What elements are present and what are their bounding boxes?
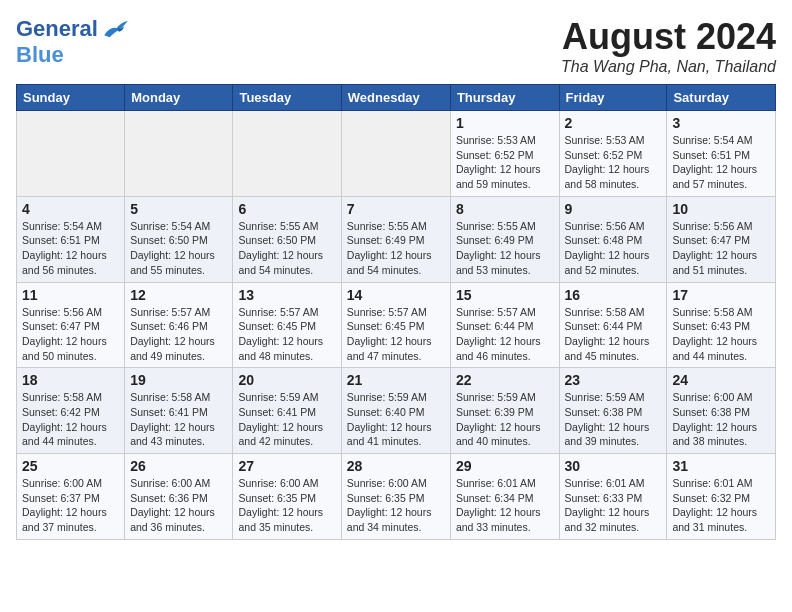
day-info: Sunrise: 5:58 AM Sunset: 6:41 PM Dayligh…: [130, 390, 227, 449]
day-number: 18: [22, 372, 119, 388]
logo: General Blue: [16, 16, 130, 68]
day-info: Sunrise: 5:59 AM Sunset: 6:40 PM Dayligh…: [347, 390, 445, 449]
day-number: 28: [347, 458, 445, 474]
calendar-week-row: 18Sunrise: 5:58 AM Sunset: 6:42 PM Dayli…: [17, 368, 776, 454]
calendar-day-cell: 14Sunrise: 5:57 AM Sunset: 6:45 PM Dayli…: [341, 282, 450, 368]
title-block: August 2024 Tha Wang Pha, Nan, Thailand: [561, 16, 776, 76]
day-info: Sunrise: 5:57 AM Sunset: 6:46 PM Dayligh…: [130, 305, 227, 364]
location-title: Tha Wang Pha, Nan, Thailand: [561, 58, 776, 76]
calendar-day-cell: 18Sunrise: 5:58 AM Sunset: 6:42 PM Dayli…: [17, 368, 125, 454]
day-number: 10: [672, 201, 770, 217]
logo-general-text: General: [16, 16, 98, 42]
logo-blue-text: Blue: [16, 42, 64, 68]
calendar-day-cell: 22Sunrise: 5:59 AM Sunset: 6:39 PM Dayli…: [450, 368, 559, 454]
day-number: 30: [565, 458, 662, 474]
day-number: 3: [672, 115, 770, 131]
day-number: 16: [565, 287, 662, 303]
calendar-day-cell: 11Sunrise: 5:56 AM Sunset: 6:47 PM Dayli…: [17, 282, 125, 368]
day-info: Sunrise: 5:59 AM Sunset: 6:38 PM Dayligh…: [565, 390, 662, 449]
calendar-day-cell: 23Sunrise: 5:59 AM Sunset: 6:38 PM Dayli…: [559, 368, 667, 454]
calendar-body: 1Sunrise: 5:53 AM Sunset: 6:52 PM Daylig…: [17, 111, 776, 540]
day-info: Sunrise: 5:57 AM Sunset: 6:44 PM Dayligh…: [456, 305, 554, 364]
calendar-day-cell: [125, 111, 233, 197]
calendar-day-cell: 2Sunrise: 5:53 AM Sunset: 6:52 PM Daylig…: [559, 111, 667, 197]
day-info: Sunrise: 6:00 AM Sunset: 6:35 PM Dayligh…: [347, 476, 445, 535]
day-number: 24: [672, 372, 770, 388]
day-info: Sunrise: 6:00 AM Sunset: 6:36 PM Dayligh…: [130, 476, 227, 535]
calendar-day-cell: 16Sunrise: 5:58 AM Sunset: 6:44 PM Dayli…: [559, 282, 667, 368]
day-info: Sunrise: 5:59 AM Sunset: 6:39 PM Dayligh…: [456, 390, 554, 449]
day-info: Sunrise: 5:56 AM Sunset: 6:47 PM Dayligh…: [22, 305, 119, 364]
calendar-header: SundayMondayTuesdayWednesdayThursdayFrid…: [17, 85, 776, 111]
calendar-day-cell: 15Sunrise: 5:57 AM Sunset: 6:44 PM Dayli…: [450, 282, 559, 368]
day-info: Sunrise: 5:54 AM Sunset: 6:50 PM Dayligh…: [130, 219, 227, 278]
calendar-day-cell: 7Sunrise: 5:55 AM Sunset: 6:49 PM Daylig…: [341, 196, 450, 282]
day-info: Sunrise: 5:54 AM Sunset: 6:51 PM Dayligh…: [672, 133, 770, 192]
day-number: 15: [456, 287, 554, 303]
day-number: 7: [347, 201, 445, 217]
day-info: Sunrise: 5:53 AM Sunset: 6:52 PM Dayligh…: [565, 133, 662, 192]
calendar-day-cell: 9Sunrise: 5:56 AM Sunset: 6:48 PM Daylig…: [559, 196, 667, 282]
day-number: 31: [672, 458, 770, 474]
day-info: Sunrise: 6:01 AM Sunset: 6:33 PM Dayligh…: [565, 476, 662, 535]
calendar-day-cell: 24Sunrise: 6:00 AM Sunset: 6:38 PM Dayli…: [667, 368, 776, 454]
calendar-day-cell: 31Sunrise: 6:01 AM Sunset: 6:32 PM Dayli…: [667, 454, 776, 540]
calendar-day-cell: 28Sunrise: 6:00 AM Sunset: 6:35 PM Dayli…: [341, 454, 450, 540]
calendar-day-cell: 26Sunrise: 6:00 AM Sunset: 6:36 PM Dayli…: [125, 454, 233, 540]
day-number: 1: [456, 115, 554, 131]
calendar-day-cell: 27Sunrise: 6:00 AM Sunset: 6:35 PM Dayli…: [233, 454, 341, 540]
day-number: 17: [672, 287, 770, 303]
day-number: 29: [456, 458, 554, 474]
day-info: Sunrise: 5:54 AM Sunset: 6:51 PM Dayligh…: [22, 219, 119, 278]
calendar-week-row: 4Sunrise: 5:54 AM Sunset: 6:51 PM Daylig…: [17, 196, 776, 282]
day-info: Sunrise: 5:59 AM Sunset: 6:41 PM Dayligh…: [238, 390, 335, 449]
day-info: Sunrise: 6:01 AM Sunset: 6:32 PM Dayligh…: [672, 476, 770, 535]
day-number: 2: [565, 115, 662, 131]
day-number: 14: [347, 287, 445, 303]
day-number: 27: [238, 458, 335, 474]
calendar-day-cell: 21Sunrise: 5:59 AM Sunset: 6:40 PM Dayli…: [341, 368, 450, 454]
weekday-header-thursday: Thursday: [450, 85, 559, 111]
calendar-day-cell: 12Sunrise: 5:57 AM Sunset: 6:46 PM Dayli…: [125, 282, 233, 368]
day-info: Sunrise: 6:00 AM Sunset: 6:35 PM Dayligh…: [238, 476, 335, 535]
day-info: Sunrise: 5:55 AM Sunset: 6:49 PM Dayligh…: [347, 219, 445, 278]
day-info: Sunrise: 5:56 AM Sunset: 6:48 PM Dayligh…: [565, 219, 662, 278]
day-info: Sunrise: 5:56 AM Sunset: 6:47 PM Dayligh…: [672, 219, 770, 278]
calendar-day-cell: 3Sunrise: 5:54 AM Sunset: 6:51 PM Daylig…: [667, 111, 776, 197]
day-number: 19: [130, 372, 227, 388]
weekday-header-row: SundayMondayTuesdayWednesdayThursdayFrid…: [17, 85, 776, 111]
calendar-day-cell: 20Sunrise: 5:59 AM Sunset: 6:41 PM Dayli…: [233, 368, 341, 454]
day-info: Sunrise: 5:57 AM Sunset: 6:45 PM Dayligh…: [347, 305, 445, 364]
calendar-week-row: 11Sunrise: 5:56 AM Sunset: 6:47 PM Dayli…: [17, 282, 776, 368]
calendar-day-cell: 5Sunrise: 5:54 AM Sunset: 6:50 PM Daylig…: [125, 196, 233, 282]
calendar-day-cell: 10Sunrise: 5:56 AM Sunset: 6:47 PM Dayli…: [667, 196, 776, 282]
page-header: General Blue August 2024 Tha Wang Pha, N…: [16, 16, 776, 76]
day-number: 5: [130, 201, 227, 217]
day-number: 12: [130, 287, 227, 303]
day-number: 11: [22, 287, 119, 303]
day-number: 4: [22, 201, 119, 217]
calendar-day-cell: [17, 111, 125, 197]
day-info: Sunrise: 5:58 AM Sunset: 6:42 PM Dayligh…: [22, 390, 119, 449]
day-number: 26: [130, 458, 227, 474]
calendar-day-cell: 19Sunrise: 5:58 AM Sunset: 6:41 PM Dayli…: [125, 368, 233, 454]
calendar-day-cell: 13Sunrise: 5:57 AM Sunset: 6:45 PM Dayli…: [233, 282, 341, 368]
weekday-header-saturday: Saturday: [667, 85, 776, 111]
calendar-week-row: 1Sunrise: 5:53 AM Sunset: 6:52 PM Daylig…: [17, 111, 776, 197]
weekday-header-sunday: Sunday: [17, 85, 125, 111]
calendar-day-cell: 6Sunrise: 5:55 AM Sunset: 6:50 PM Daylig…: [233, 196, 341, 282]
weekday-header-friday: Friday: [559, 85, 667, 111]
day-number: 25: [22, 458, 119, 474]
day-info: Sunrise: 6:00 AM Sunset: 6:38 PM Dayligh…: [672, 390, 770, 449]
day-number: 8: [456, 201, 554, 217]
day-info: Sunrise: 6:01 AM Sunset: 6:34 PM Dayligh…: [456, 476, 554, 535]
calendar-week-row: 25Sunrise: 6:00 AM Sunset: 6:37 PM Dayli…: [17, 454, 776, 540]
calendar-day-cell: 25Sunrise: 6:00 AM Sunset: 6:37 PM Dayli…: [17, 454, 125, 540]
day-info: Sunrise: 5:55 AM Sunset: 6:50 PM Dayligh…: [238, 219, 335, 278]
calendar-day-cell: 17Sunrise: 5:58 AM Sunset: 6:43 PM Dayli…: [667, 282, 776, 368]
day-number: 6: [238, 201, 335, 217]
day-info: Sunrise: 5:58 AM Sunset: 6:43 PM Dayligh…: [672, 305, 770, 364]
day-info: Sunrise: 6:00 AM Sunset: 6:37 PM Dayligh…: [22, 476, 119, 535]
day-number: 13: [238, 287, 335, 303]
weekday-header-wednesday: Wednesday: [341, 85, 450, 111]
